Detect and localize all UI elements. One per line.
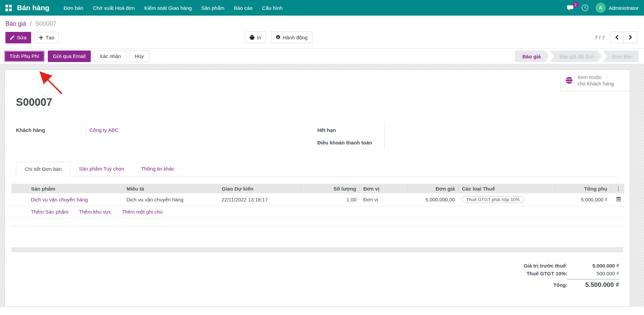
notebook-tabs: Chi tiết Đơn bán Sản phẩm Tuỳ chọn Thông… xyxy=(16,161,619,176)
nav-item-delivery-control[interactable]: Kiểm soát Giao hàng xyxy=(144,5,192,11)
column-product: Sản phẩm xyxy=(27,184,123,193)
column-subtotal: Tổng phụ xyxy=(555,184,611,193)
order-lines-table: Sản phẩm Miêu tả Giao Dự kiến Số lượng Đ… xyxy=(12,184,624,227)
tax-badge: Thuế GTGT phải nộp 10% xyxy=(462,196,524,203)
printer-icon xyxy=(250,35,254,40)
breadcrumb-current: S00007 xyxy=(35,20,56,27)
tax-amount-value: 500.000 ₫ xyxy=(567,271,619,276)
column-taxes: Các loại Thuế xyxy=(458,184,555,193)
row-quantity: 1,00 xyxy=(300,193,360,206)
tab-optional-products[interactable]: Sản phẩm Tuỳ chọn xyxy=(70,162,132,176)
edit-button[interactable]: Sửa xyxy=(5,32,31,43)
pager-previous-button[interactable] xyxy=(610,32,624,43)
plus-icon xyxy=(39,36,43,40)
pager-next-button[interactable] xyxy=(624,32,637,43)
app-brand[interactable]: Bán hàng xyxy=(17,4,49,12)
table-header-row: Sản phẩm Miêu tả Giao Dự kiến Số lượng Đ… xyxy=(12,184,624,193)
row-delivery-date: 22/11/2022 13:18:17 xyxy=(218,193,300,206)
top-navbar: Bán hàng Đơn bán Chờ xuất Hoá đơn Kiểm s… xyxy=(0,0,644,16)
column-description: Miêu tả xyxy=(123,184,218,193)
pager-count: 7 / 7 xyxy=(595,35,605,40)
table-empty-row xyxy=(12,218,624,227)
section-divider-bar xyxy=(12,247,623,252)
cancel-button[interactable]: Hủy xyxy=(129,51,149,62)
stage-quotation[interactable]: Báo giá xyxy=(515,51,549,62)
user-avatar: A xyxy=(596,3,606,13)
breadcrumb-separator: / xyxy=(30,20,32,27)
row-description: Dịch vụ vận chuyển hàng xyxy=(123,193,218,206)
globe-icon xyxy=(565,76,573,84)
statusbar: Tính Phụ Phí Gửi qua Email Xác nhận Hủy … xyxy=(0,48,644,64)
row-subtotal: 5.000.000 ₫ xyxy=(555,193,611,206)
activities-clock-icon[interactable] xyxy=(581,4,589,12)
column-delivery: Giao Dự kiến xyxy=(218,184,300,193)
expiry-field-label: Hết hạn xyxy=(317,124,384,137)
form-sheet: Xem trước cho Khách hàng S00007 Khách hà… xyxy=(4,70,630,307)
optional-columns-icon[interactable]: ⋮ xyxy=(616,185,621,191)
customer-field-value: Công ty ABC xyxy=(86,124,317,137)
payment-terms-field-label: Điều khoản thanh toán xyxy=(317,137,384,149)
column-handle xyxy=(12,184,27,193)
chevron-left-icon xyxy=(615,35,619,40)
stage-quotation-sent[interactable]: Báo giá đã Gửi xyxy=(550,51,602,62)
form-background: Xem trước cho Khách hàng S00007 Khách hà… xyxy=(0,64,644,307)
status-pipeline: Báo giá Báo giá đã Gửi Đơn Bán xyxy=(515,51,639,62)
stage-sales-order[interactable]: Đơn Bán xyxy=(603,51,639,62)
table-row[interactable]: Dịch vụ vận chuyển hàng Dịch vụ vận chuy… xyxy=(12,193,624,206)
breadcrumb: Báo giá / S00007 xyxy=(5,20,639,27)
gear-icon xyxy=(276,35,281,40)
table-add-row: Thêm Sản phẩm Thêm khu vực Thêm một ghi … xyxy=(12,206,624,218)
customer-preview-label: Xem trước cho Khách hàng xyxy=(577,74,614,87)
breadcrumb-quotations-link[interactable]: Báo giá xyxy=(5,20,26,27)
column-uom: Đơn vị xyxy=(360,184,408,193)
nav-item-products[interactable]: Sản phẩm xyxy=(201,5,224,11)
delete-row-icon[interactable] xyxy=(616,197,621,202)
apps-menu-icon[interactable] xyxy=(5,5,12,11)
confirm-button[interactable]: Xác nhận xyxy=(94,51,126,62)
nav-item-to-invoice[interactable]: Chờ xuất Hoá đơn xyxy=(93,5,135,11)
chevron-right-icon xyxy=(629,35,632,40)
tax-amount-label: Thuế GTGT 10%: xyxy=(526,271,567,276)
untaxed-amount-label: Giá trị trước thuế: xyxy=(524,263,567,269)
column-quantity: Số lượng xyxy=(300,184,360,193)
control-panel: Báo giá / S00007 Sửa Tạo In xyxy=(0,16,644,43)
user-name: Administrator xyxy=(609,5,639,11)
payment-terms-field-value xyxy=(384,137,619,149)
untaxed-amount-value: 5.000.000 ₫ xyxy=(567,263,619,269)
customer-preview-button[interactable]: Xem trước cho Khách hàng xyxy=(560,70,630,91)
pencil-icon xyxy=(10,35,15,40)
customer-link[interactable]: Công ty ABC xyxy=(89,127,119,133)
messages-icon[interactable]: 2 xyxy=(567,4,575,11)
totals-block: Giá trị trước thuế: 5.000.000 ₫ Thuế GTG… xyxy=(12,262,619,290)
grand-total-value: 5.500.000 ₫ xyxy=(567,279,619,289)
action-button[interactable]: Hành động xyxy=(271,32,312,43)
nav-item-reporting[interactable]: Báo cáo xyxy=(234,5,252,11)
column-unit-price: Đơn giá xyxy=(408,184,458,193)
document-title: S00007 xyxy=(16,96,623,109)
customer-field-label: Khách hàng xyxy=(16,124,86,137)
create-button[interactable]: Tạo xyxy=(34,32,59,43)
send-by-email-button[interactable]: Gửi qua Email xyxy=(48,51,91,62)
tab-order-lines[interactable]: Chi tiết Đơn bán xyxy=(16,162,70,176)
add-product-link[interactable]: Thêm Sản phẩm xyxy=(31,209,68,215)
tab-other-info[interactable]: Thông tin khác xyxy=(132,162,183,176)
row-unit-price: 5.000.000,00 xyxy=(408,193,458,206)
row-product-link[interactable]: Dịch vụ vận chuyển hàng xyxy=(31,197,88,202)
add-note-link[interactable]: Thêm một ghi chú xyxy=(122,209,163,215)
compute-surcharge-button[interactable]: Tính Phụ Phí xyxy=(4,51,45,62)
row-uom: Đơn vị xyxy=(360,193,408,206)
add-section-link[interactable]: Thêm khu vực xyxy=(79,209,111,215)
header-fields: Khách hàng Công ty ABC Hết hạn Điều khoả… xyxy=(16,124,619,149)
print-button[interactable]: In xyxy=(245,32,266,43)
expiry-field-value xyxy=(384,124,619,137)
row-handle xyxy=(12,193,27,206)
nav-item-orders[interactable]: Đơn bán xyxy=(64,5,83,11)
grand-total-label: Tổng: xyxy=(553,282,567,288)
messages-badge: 2 xyxy=(573,2,579,7)
user-menu[interactable]: A Administrator xyxy=(596,3,639,13)
nav-item-configuration[interactable]: Cấu hình xyxy=(262,5,283,11)
